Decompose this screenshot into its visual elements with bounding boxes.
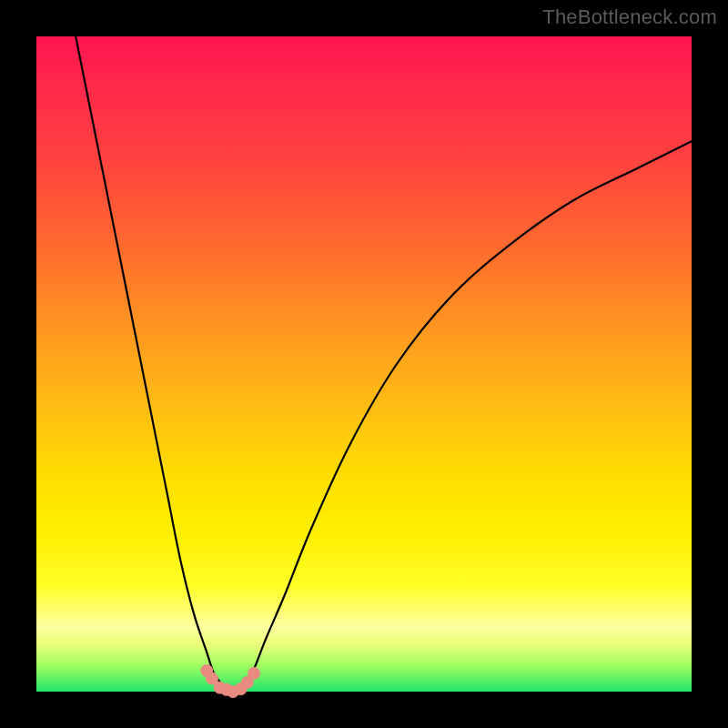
plot-area: [36, 36, 692, 692]
curve-left-branch: [76, 36, 233, 692]
chart-frame: TheBottleneck.com: [0, 0, 728, 728]
watermark-text: TheBottleneck.com: [542, 5, 717, 29]
bottom-marker-cluster: [201, 664, 260, 697]
marker-dot: [248, 667, 260, 679]
chart-svg: [36, 36, 692, 692]
curve-right-branch: [233, 141, 692, 692]
